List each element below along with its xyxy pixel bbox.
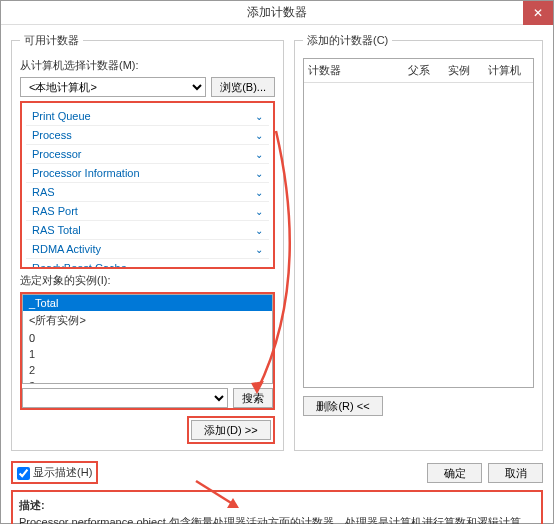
titlebar: 添加计数器 ✕	[1, 1, 553, 25]
chevron-down-icon: ⌄	[255, 168, 263, 179]
counter-item[interactable]: RAS Port⌄	[26, 202, 269, 221]
added-grid[interactable]: 计数器 父系 实例 计算机	[303, 58, 534, 388]
ok-button[interactable]: 确定	[427, 463, 482, 483]
chevron-down-icon: ⌄	[255, 149, 263, 160]
counter-item[interactable]: RAS Total⌄	[26, 221, 269, 240]
chevron-down-icon: ⌄	[255, 130, 263, 141]
added-legend: 添加的计数器(C)	[303, 33, 392, 48]
machine-combo[interactable]: <本地计算机>	[20, 77, 206, 97]
col-counter: 计数器	[308, 63, 399, 78]
close-button[interactable]: ✕	[523, 1, 553, 25]
description-box: 描述: Processor performance object 包含衡量处理器…	[11, 490, 543, 524]
counter-item[interactable]: RAS⌄	[26, 183, 269, 202]
chevron-down-icon: ⌄	[255, 111, 263, 122]
show-desc-checkbox[interactable]: 显示描述(H)	[17, 466, 92, 478]
chevron-down-icon: ⌄	[255, 244, 263, 255]
window-title: 添加计数器	[247, 4, 307, 21]
counter-item[interactable]: Process⌄	[26, 126, 269, 145]
instance-item[interactable]: 0	[23, 330, 272, 346]
counter-item[interactable]: Print Queue⌄	[26, 107, 269, 126]
counter-item[interactable]: Processor⌄	[26, 145, 269, 164]
instances-list[interactable]: _Total <所有实例> 0 1 2 3	[22, 294, 273, 384]
added-counters-group: 添加的计数器(C) 计数器 父系 实例 计算机 删除(R) <<	[294, 33, 543, 451]
col-computer: 计算机	[479, 63, 529, 78]
counter-item[interactable]: ReadyBoost Cache⌄	[26, 259, 269, 269]
col-parent: 父系	[399, 63, 439, 78]
cancel-button[interactable]: 取消	[488, 463, 543, 483]
instance-item[interactable]: 1	[23, 346, 272, 362]
counter-list[interactable]: Print Queue⌄ Process⌄ Processor⌄ Process…	[20, 101, 275, 269]
remove-button[interactable]: 删除(R) <<	[303, 396, 383, 416]
show-desc-input[interactable]	[17, 467, 30, 480]
grid-header: 计数器 父系 实例 计算机	[304, 59, 533, 83]
search-button[interactable]: 搜索	[233, 388, 273, 408]
instance-item[interactable]: <所有实例>	[23, 311, 272, 330]
machine-label: 从计算机选择计数器(M):	[20, 58, 275, 73]
instances-label: 选定对象的实例(I):	[20, 273, 275, 288]
bottom-area: 显示描述(H) 确定 取消 描述: Processor performance …	[1, 457, 553, 524]
close-icon: ✕	[533, 6, 543, 20]
description-label: 描述:	[19, 498, 535, 513]
instance-item[interactable]: 3	[23, 378, 272, 384]
chevron-down-icon: ⌄	[255, 263, 263, 270]
chevron-down-icon: ⌄	[255, 225, 263, 236]
browse-button[interactable]: 浏览(B)...	[211, 77, 275, 97]
chevron-down-icon: ⌄	[255, 187, 263, 198]
content: 可用计数器 从计算机选择计数器(M): <本地计算机> 浏览(B)... Pri…	[1, 25, 553, 457]
instance-item[interactable]: 2	[23, 362, 272, 378]
instance-item[interactable]: _Total	[23, 295, 272, 311]
available-counters-group: 可用计数器 从计算机选择计数器(M): <本地计算机> 浏览(B)... Pri…	[11, 33, 284, 451]
window: 添加计数器 ✕ 可用计数器 从计算机选择计数器(M): <本地计算机> 浏览(B…	[0, 0, 554, 524]
available-legend: 可用计数器	[20, 33, 83, 48]
description-text: Processor performance object 包含衡量处理器活动方面…	[19, 515, 535, 524]
counter-item[interactable]: RDMA Activity⌄	[26, 240, 269, 259]
instance-search-combo[interactable]	[22, 388, 228, 408]
counter-item[interactable]: Processor Information⌄	[26, 164, 269, 183]
chevron-down-icon: ⌄	[255, 206, 263, 217]
col-instance: 实例	[439, 63, 479, 78]
add-button[interactable]: 添加(D) >>	[191, 420, 271, 440]
